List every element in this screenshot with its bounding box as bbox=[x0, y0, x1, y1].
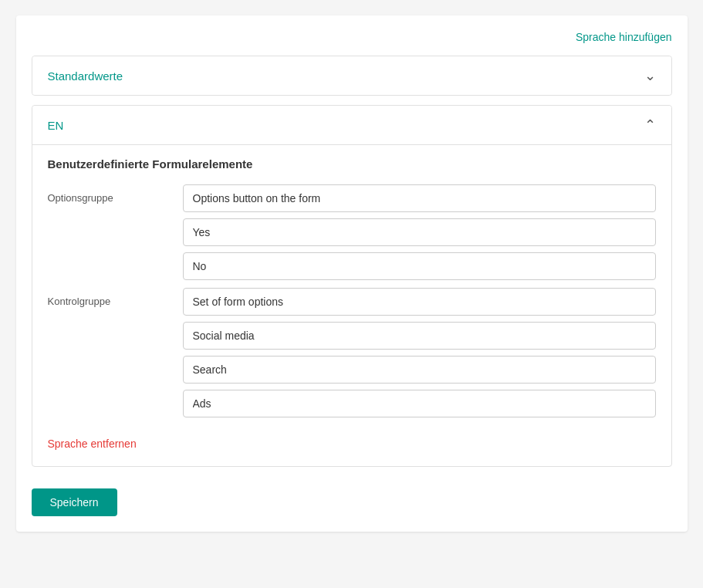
en-accordion: EN ⌃ Benutzerdefinierte Formularelemente… bbox=[32, 105, 672, 467]
optionsgruppe-row: Optionsgruppe bbox=[48, 184, 656, 280]
optionsgruppe-input-1[interactable] bbox=[183, 218, 656, 246]
optionsgruppe-input-0[interactable] bbox=[183, 184, 656, 212]
kontrolgruppe-input-0[interactable] bbox=[183, 288, 656, 316]
en-label: EN bbox=[48, 119, 64, 132]
top-action-bar: Sprache hinzufügen bbox=[32, 31, 672, 43]
optionsgruppe-label: Optionsgruppe bbox=[48, 184, 183, 204]
kontrolgruppe-input-2[interactable] bbox=[183, 356, 656, 384]
kontrolgruppe-row: Kontrolgruppe bbox=[48, 288, 656, 417]
chevron-up-icon: ⌃ bbox=[644, 117, 656, 133]
standardwerte-label: Standardwerte bbox=[48, 69, 123, 83]
optionsgruppe-fields bbox=[183, 184, 656, 280]
kontrolgruppe-fields bbox=[183, 288, 656, 417]
kontrolgruppe-input-3[interactable] bbox=[183, 390, 656, 417]
page-wrapper: Sprache hinzufügen Standardwerte ⌄ EN ⌃ … bbox=[16, 15, 688, 532]
optionsgruppe-input-2[interactable] bbox=[183, 252, 656, 280]
save-button[interactable]: Speichern bbox=[32, 488, 117, 516]
kontrolgruppe-input-1[interactable] bbox=[183, 322, 656, 350]
standardwerte-header[interactable]: Standardwerte ⌄ bbox=[32, 56, 671, 95]
chevron-down-icon: ⌄ bbox=[644, 67, 656, 84]
en-header[interactable]: EN ⌃ bbox=[32, 106, 671, 144]
section-title: Benutzerdefinierte Formularelemente bbox=[48, 157, 656, 171]
en-body: Benutzerdefinierte Formularelemente Opti… bbox=[32, 144, 671, 466]
kontrolgruppe-label: Kontrolgruppe bbox=[48, 288, 183, 307]
add-language-button[interactable]: Sprache hinzufügen bbox=[576, 31, 672, 43]
standardwerte-accordion: Standardwerte ⌄ bbox=[32, 56, 672, 96]
remove-language-button[interactable]: Sprache entfernen bbox=[48, 438, 137, 450]
